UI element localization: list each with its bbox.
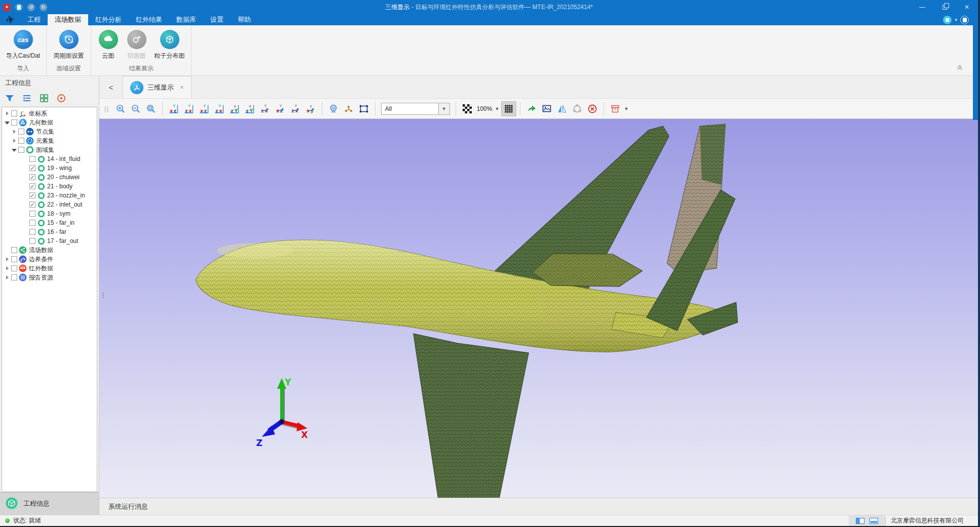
- tree-item-节点集[interactable]: 节点集: [2, 127, 97, 136]
- tab-scroll-left-button[interactable]: <: [99, 76, 123, 98]
- tree-item-20-chuiwei[interactable]: 20 - chuiwei: [2, 173, 97, 182]
- tree-expander-icon[interactable]: [4, 266, 10, 270]
- view-top-icon[interactable]: zYx: [227, 101, 242, 116]
- tree-checkbox[interactable]: [11, 119, 17, 126]
- view-right-icon[interactable]: zxY: [212, 101, 227, 116]
- target-icon[interactable]: [56, 93, 67, 104]
- undo-icon[interactable]: ↺: [27, 4, 35, 11]
- app-logo-icon[interactable]: ✦: [3, 4, 11, 11]
- panel-footer-tab[interactable]: 工程信息: [0, 492, 99, 515]
- tree-checkbox[interactable]: [11, 265, 17, 271]
- remove-icon[interactable]: [585, 101, 600, 116]
- view-back-icon[interactable]: zxY: [181, 101, 197, 116]
- tree-checkbox[interactable]: [29, 174, 35, 180]
- skin-icon[interactable]: [943, 16, 952, 24]
- tree-item-22-inlet-out[interactable]: 22 - inlet_out: [2, 200, 97, 209]
- periodic-face-button[interactable]: 周期面设置: [50, 28, 88, 60]
- select-box-icon[interactable]: [356, 101, 371, 116]
- tree-item-流场数据[interactable]: 流场数据: [2, 246, 97, 255]
- viewport-3d[interactable]: Y X Z ⋮: [99, 119, 978, 498]
- menu-item-4[interactable]: 数据库: [169, 14, 203, 25]
- new-file-icon[interactable]: [15, 4, 23, 11]
- tree-checkbox[interactable]: [18, 147, 24, 153]
- tree-checkbox[interactable]: [29, 192, 35, 198]
- tree-item-21-body[interactable]: 21 - body: [2, 182, 97, 191]
- tree-item-14-int-fluid[interactable]: 14 - int_fluid: [2, 154, 97, 164]
- opacity-level-control[interactable]: 100% ▼: [477, 105, 500, 112]
- tree-item-边界条件[interactable]: 边界条件: [2, 255, 97, 264]
- tree-expander-icon[interactable]: [11, 139, 17, 143]
- grid-view-icon[interactable]: [39, 93, 50, 104]
- tree-item-元素集[interactable]: 元素集: [2, 136, 97, 145]
- tree-checkbox[interactable]: [29, 220, 35, 226]
- mirror-icon[interactable]: [554, 101, 570, 116]
- menu-item-1[interactable]: 流场数据: [48, 14, 88, 25]
- tree-checkbox[interactable]: [29, 201, 35, 208]
- menu-item-6[interactable]: 帮助: [231, 14, 258, 25]
- view-iso-2-icon[interactable]: xzY: [273, 101, 288, 116]
- tree-expander-icon[interactable]: [11, 130, 17, 134]
- zoom-in-icon[interactable]: [113, 101, 128, 116]
- tree-checkbox[interactable]: [18, 129, 24, 135]
- restore-button[interactable]: [933, 0, 956, 14]
- toolbar-drag-handle[interactable]: ||: [104, 105, 109, 112]
- menu-item-0[interactable]: 工程: [20, 14, 48, 25]
- menu-item-5[interactable]: 设置: [203, 14, 231, 25]
- tree-item-坐标系[interactable]: Yx坐标系: [2, 109, 97, 118]
- redo-icon[interactable]: ↻: [40, 4, 47, 11]
- tree-checkbox[interactable]: [29, 156, 35, 162]
- view-bottom-icon[interactable]: zYx: [242, 101, 257, 116]
- toggle-left-panel-icon[interactable]: [856, 518, 864, 524]
- particle-distribution-button[interactable]: 粒子分布图: [152, 28, 187, 60]
- export-arrow-icon[interactable]: [524, 101, 539, 116]
- sphere-nodes-icon[interactable]: [570, 101, 585, 116]
- panel-splitter-handle[interactable]: ⋮: [100, 294, 106, 296]
- tree-item-几何数据[interactable]: 几何数据: [2, 118, 97, 127]
- tab-close-icon[interactable]: ×: [180, 84, 184, 91]
- caret-down-icon[interactable]: ▾: [955, 17, 957, 22]
- import-cas-dat-button[interactable]: cas 导入Cas/Dat: [4, 28, 43, 60]
- zoom-out-icon[interactable]: [128, 101, 143, 116]
- tree-expander-icon[interactable]: [4, 111, 10, 115]
- tree-item-18-sym[interactable]: 18 - sym: [2, 209, 97, 218]
- tree-expander-icon[interactable]: [4, 120, 10, 125]
- tab-3d-view[interactable]: 三维显示 ×: [123, 76, 192, 98]
- tree-expander-icon[interactable]: [11, 148, 17, 152]
- zoom-fit-icon[interactable]: [143, 101, 159, 116]
- tree-item-23-nozzle-in[interactable]: 23 - nozzle_in: [2, 191, 97, 200]
- toggle-bottom-panel-icon[interactable]: [870, 518, 878, 524]
- molecule-icon[interactable]: [341, 101, 356, 116]
- tree-item-15-far-in[interactable]: 15 - far_in: [2, 218, 97, 227]
- tree-checkbox[interactable]: [29, 165, 35, 171]
- tree-checkbox[interactable]: [18, 138, 24, 144]
- tree-checkbox[interactable]: [11, 256, 17, 262]
- contour-cloud-button[interactable]: 云图: [95, 28, 122, 60]
- tree-checkbox[interactable]: [29, 229, 35, 235]
- tree-checkbox[interactable]: [11, 247, 17, 253]
- tree-item-红外数据[interactable]: 红外数据: [2, 264, 97, 273]
- filter-icon[interactable]: [4, 93, 15, 104]
- display-filter-select[interactable]: All ▼: [381, 103, 450, 115]
- tree-item-报告资源[interactable]: 报告资源: [2, 273, 97, 282]
- grid-toggle-icon[interactable]: [501, 101, 516, 116]
- indent-list-icon[interactable]: [21, 93, 32, 104]
- archive-caret-icon[interactable]: ▼: [624, 106, 628, 111]
- tree-expander-icon[interactable]: [4, 275, 10, 279]
- view-front-icon[interactable]: xzY: [166, 101, 181, 116]
- probe-icon[interactable]: [326, 101, 341, 116]
- minimize-button[interactable]: —: [911, 0, 933, 14]
- tree-checkbox[interactable]: [11, 274, 17, 280]
- help-book-icon[interactable]: [960, 16, 969, 24]
- view-iso-1-icon[interactable]: zxY: [257, 101, 273, 116]
- snapshot-icon[interactable]: [539, 101, 554, 116]
- tree-checkbox[interactable]: [29, 183, 35, 189]
- tree-item-16-far[interactable]: 16 - far: [2, 227, 97, 236]
- archive-box-icon[interactable]: [608, 101, 623, 116]
- view-iso-3-icon[interactable]: zxY: [288, 101, 303, 116]
- menu-item-2[interactable]: 红外分析: [88, 14, 129, 25]
- menu-item-3[interactable]: 红外结果: [129, 14, 169, 25]
- tree-checkbox[interactable]: [29, 211, 35, 217]
- checker-transparency-icon[interactable]: [460, 101, 475, 116]
- tree-item-17-far-out[interactable]: 17 - far_out: [2, 236, 97, 246]
- view-iso-4-icon[interactable]: xyz: [303, 101, 318, 116]
